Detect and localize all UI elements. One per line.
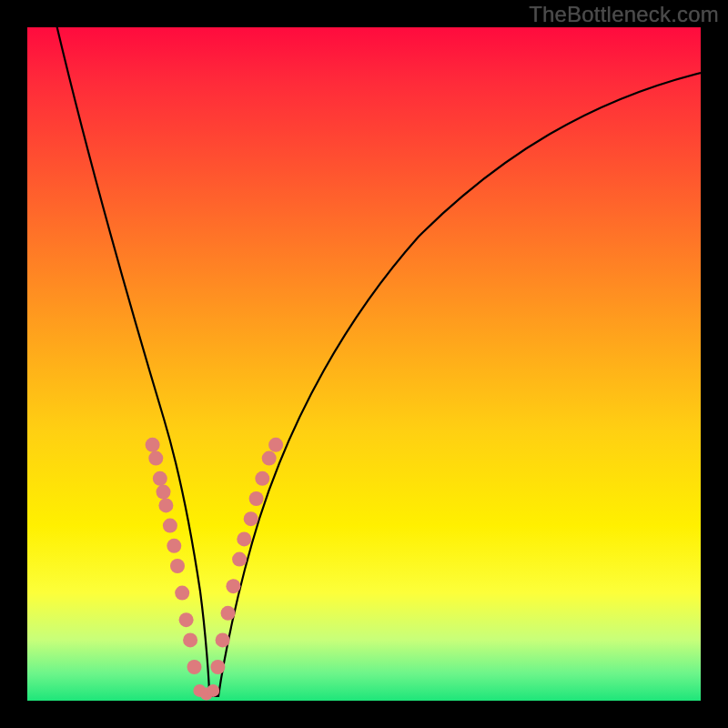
- curve-marker-dot: [249, 491, 264, 506]
- curve-marker-dot: [207, 684, 219, 697]
- gradient-plot-area: [27, 27, 701, 701]
- curve-marker-dot: [175, 586, 189, 601]
- bottleneck-curve-path: [53, 27, 701, 696]
- curve-marker-dot: [216, 632, 230, 647]
- curve-markers: [146, 438, 284, 701]
- curve-marker-dot: [148, 451, 163, 466]
- curve-marker-dot: [183, 632, 197, 647]
- curve-marker-dot: [157, 485, 171, 500]
- curve-marker-dot: [187, 660, 202, 674]
- curve-marker-dot: [170, 559, 185, 573]
- curve-marker-dot: [226, 579, 240, 593]
- curve-marker-dot: [158, 498, 173, 512]
- curve-marker-dot: [167, 539, 181, 553]
- curve-marker-dot: [244, 511, 258, 526]
- curve-marker-dot: [163, 519, 177, 533]
- curve-marker-dot: [268, 438, 283, 452]
- curve-marker-dot: [232, 552, 247, 567]
- curve-marker-dot: [262, 451, 277, 466]
- curve-marker-dot: [179, 612, 194, 627]
- curve-marker-dot: [255, 471, 269, 486]
- curve-marker-dot: [153, 471, 167, 486]
- curve-marker-dot: [146, 438, 160, 452]
- curve-marker-dot: [221, 606, 236, 621]
- curve-marker-dot: [210, 660, 225, 674]
- curve-marker-dot: [237, 531, 251, 546]
- watermark-text: TheBottleneck.com: [529, 2, 719, 27]
- bottleneck-curve-svg: [27, 27, 701, 701]
